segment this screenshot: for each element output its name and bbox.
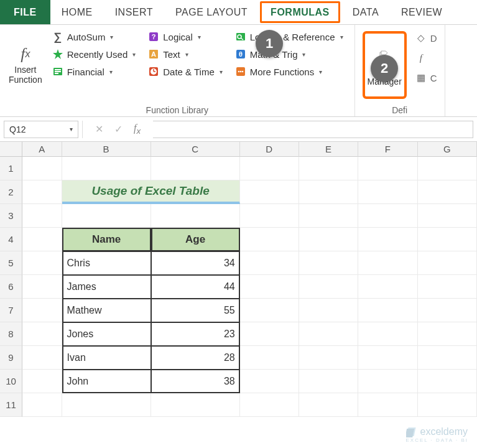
text-button[interactable]: A Text▾ [146, 47, 225, 61]
cell[interactable] [418, 393, 477, 417]
cell[interactable]: Mathew [62, 299, 151, 322]
cell[interactable]: Jones [62, 322, 151, 346]
cell[interactable] [418, 322, 477, 346]
cell[interactable] [299, 251, 358, 275]
tab-insert[interactable]: INSERT [104, 0, 164, 24]
select-all-corner[interactable] [0, 142, 22, 157]
cell[interactable] [358, 393, 417, 417]
cell[interactable] [358, 157, 417, 180]
cell[interactable]: John [62, 370, 151, 393]
cell[interactable] [358, 370, 417, 393]
cell[interactable] [418, 275, 477, 299]
cell[interactable] [240, 370, 299, 393]
tab-file[interactable]: FILE [0, 0, 50, 24]
cell[interactable] [299, 228, 358, 251]
cell[interactable] [22, 275, 62, 299]
cell[interactable] [299, 157, 358, 180]
tab-page-layout[interactable]: PAGE LAYOUT [164, 0, 259, 24]
cell[interactable]: Name [62, 228, 151, 251]
math-trig-button[interactable]: θ Math & Trig▾ [233, 47, 346, 61]
recently-used-button[interactable]: Recently Used▾ [50, 47, 139, 61]
cell[interactable] [358, 180, 417, 204]
cell[interactable] [358, 275, 417, 299]
cell[interactable] [240, 346, 299, 370]
column-header[interactable]: A [22, 142, 62, 157]
financial-button[interactable]: Financial▾ [50, 65, 139, 78]
cell[interactable]: 55 [151, 299, 240, 322]
row-header[interactable]: 5 [0, 251, 22, 275]
dropdown-icon[interactable]: ▾ [70, 126, 73, 133]
cell[interactable] [62, 204, 151, 228]
cancel-icon[interactable]: ✕ [95, 123, 103, 135]
cell[interactable] [22, 393, 62, 417]
formula-input[interactable] [153, 121, 473, 138]
cell[interactable] [240, 275, 299, 299]
row-header[interactable]: 10 [0, 370, 22, 393]
cell[interactable]: 38 [151, 370, 240, 393]
cell[interactable] [22, 370, 62, 393]
cell[interactable] [418, 346, 477, 370]
cell[interactable] [358, 204, 417, 228]
column-header[interactable]: G [418, 142, 477, 157]
column-header[interactable]: E [299, 142, 358, 157]
cell[interactable]: Usage of Excel Table [62, 180, 240, 204]
cell[interactable] [418, 228, 477, 251]
cell[interactable] [22, 180, 62, 204]
cell[interactable] [240, 251, 299, 275]
cell[interactable] [418, 370, 477, 393]
row-header[interactable]: 8 [0, 322, 22, 346]
cell[interactable] [22, 228, 62, 251]
lookup-reference-button[interactable]: Lookup & Reference▾ [233, 30, 346, 44]
cell[interactable] [299, 299, 358, 322]
fx-icon[interactable]: fx [134, 123, 141, 136]
enter-icon[interactable]: ✓ [114, 123, 123, 135]
date-time-button[interactable]: Date & Time▾ [146, 65, 225, 78]
row-header[interactable]: 2 [0, 180, 22, 204]
tab-home[interactable]: HOME [50, 0, 104, 24]
cell[interactable] [299, 180, 358, 204]
cell[interactable] [418, 251, 477, 275]
cell[interactable]: 44 [151, 275, 240, 299]
cell[interactable]: 23 [151, 322, 240, 346]
cell[interactable] [22, 299, 62, 322]
cell[interactable]: Chris [62, 251, 151, 275]
cell[interactable] [418, 157, 477, 180]
cell[interactable] [22, 322, 62, 346]
cells[interactable]: Usage of Excel TableNameAgeChris34James4… [22, 157, 477, 417]
use-formula-cut[interactable]: f [413, 51, 440, 65]
cell[interactable] [62, 393, 151, 417]
cell[interactable] [151, 157, 240, 180]
cell[interactable] [22, 157, 62, 180]
row-header[interactable]: 6 [0, 275, 22, 299]
column-header[interactable]: D [240, 142, 299, 157]
cell[interactable] [358, 299, 417, 322]
cell[interactable] [418, 299, 477, 322]
cell[interactable] [62, 157, 151, 180]
cell[interactable] [151, 204, 240, 228]
autosum-button[interactable]: ∑ AutoSum▾ [50, 30, 139, 44]
more-functions-button[interactable]: More Functions▾ [233, 65, 346, 78]
cell[interactable] [240, 204, 299, 228]
cell[interactable] [299, 322, 358, 346]
row-header[interactable]: 4 [0, 228, 22, 251]
cell[interactable] [22, 204, 62, 228]
row-header[interactable]: 1 [0, 157, 22, 180]
tab-review[interactable]: REVIEW [390, 0, 453, 24]
cell[interactable] [240, 228, 299, 251]
insert-function-button[interactable]: fx Insert Function [5, 27, 46, 103]
cell[interactable] [418, 204, 477, 228]
tab-data[interactable]: DATA [341, 0, 390, 24]
cell[interactable] [358, 346, 417, 370]
cell[interactable] [151, 393, 240, 417]
row-header[interactable]: 11 [0, 393, 22, 417]
cell[interactable] [240, 157, 299, 180]
logical-button[interactable]: ? Logical▾ [146, 30, 225, 44]
cell[interactable] [358, 322, 417, 346]
cell[interactable] [418, 180, 477, 204]
cell[interactable] [358, 228, 417, 251]
cell[interactable]: James [62, 275, 151, 299]
column-header[interactable]: C [151, 142, 240, 157]
define-name-cut[interactable]: ◇D [413, 31, 440, 45]
cell[interactable]: 28 [151, 346, 240, 370]
row-header[interactable]: 7 [0, 299, 22, 322]
